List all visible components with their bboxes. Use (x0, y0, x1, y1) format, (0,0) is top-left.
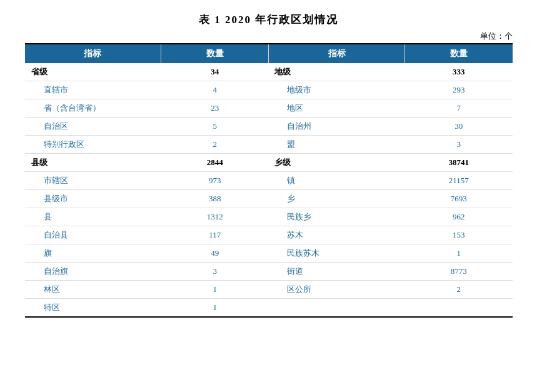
left-indicator-cell: 旗 (25, 244, 161, 263)
left-count-cell: 1 (161, 281, 269, 299)
left-indicator-cell: 省（含台湾省） (25, 99, 161, 118)
left-indicator-cell: 县级 (25, 154, 161, 172)
right-indicator-cell: 街道 (268, 263, 404, 281)
left-indicator-cell: 省级 (25, 63, 161, 81)
right-indicator-cell: 地级市 (268, 81, 404, 99)
page-title: 表 1 2020 年行政区划情况 (25, 13, 513, 27)
left-indicator-cell: 直辖市 (25, 81, 161, 99)
right-count-cell: 21157 (405, 172, 513, 190)
right-count-cell: 962 (405, 208, 513, 226)
right-indicator-cell: 乡级 (268, 154, 404, 172)
table-row: 旗49民族苏木1 (25, 244, 513, 263)
table-row: 自治区5自治州30 (25, 118, 513, 136)
data-table: 指标 数量 指标 数量 省级34地级333直辖市4地级市293省（含台湾省）23… (25, 43, 513, 318)
header-indicator2: 指标 (268, 44, 404, 63)
right-indicator-cell: 镇 (268, 172, 404, 190)
table-row: 自治县117苏木153 (25, 226, 513, 244)
left-count-cell: 2 (161, 136, 269, 154)
right-count-cell: 38741 (405, 154, 513, 172)
right-indicator-cell: 区公所 (268, 281, 404, 299)
left-indicator-cell: 特别行政区 (25, 136, 161, 154)
right-count-cell: 8773 (405, 263, 513, 281)
right-count-cell (405, 299, 513, 318)
right-count-cell: 153 (405, 226, 513, 244)
left-indicator-cell: 县级市 (25, 190, 161, 208)
left-count-cell: 34 (161, 63, 269, 81)
table-row: 县级2844乡级38741 (25, 154, 513, 172)
left-count-cell: 1 (161, 299, 269, 318)
page-container: 表 1 2020 年行政区划情况 单位：个 指标 数量 指标 数量 省级34地级… (25, 13, 513, 318)
left-indicator-cell: 县 (25, 208, 161, 226)
left-count-cell: 973 (161, 172, 269, 190)
right-count-cell: 7693 (405, 190, 513, 208)
table-row: 林区1区公所2 (25, 281, 513, 299)
unit-label: 单位：个 (25, 31, 513, 42)
right-indicator-cell: 民族乡 (268, 208, 404, 226)
right-indicator-cell (268, 299, 404, 318)
right-indicator-cell: 乡 (268, 190, 404, 208)
left-count-cell: 3 (161, 263, 269, 281)
left-count-cell: 117 (161, 226, 269, 244)
right-indicator-cell: 民族苏木 (268, 244, 404, 263)
table-row: 省（含台湾省）23地区7 (25, 99, 513, 118)
right-count-cell: 293 (405, 81, 513, 99)
left-count-cell: 1312 (161, 208, 269, 226)
left-count-cell: 2844 (161, 154, 269, 172)
right-count-cell: 3 (405, 136, 513, 154)
table-row: 直辖市4地级市293 (25, 81, 513, 99)
header-count1: 数量 (161, 44, 269, 63)
left-indicator-cell: 市辖区 (25, 172, 161, 190)
right-count-cell: 30 (405, 118, 513, 136)
left-count-cell: 23 (161, 99, 269, 118)
left-indicator-cell: 特区 (25, 299, 161, 318)
table-row: 市辖区973镇21157 (25, 172, 513, 190)
left-count-cell: 49 (161, 244, 269, 263)
right-count-cell: 7 (405, 99, 513, 118)
right-indicator-cell: 苏木 (268, 226, 404, 244)
table-row: 特别行政区2盟3 (25, 136, 513, 154)
left-indicator-cell: 自治县 (25, 226, 161, 244)
table-row: 特区1 (25, 299, 513, 318)
left-indicator-cell: 自治旗 (25, 263, 161, 281)
table-row: 县级市388乡7693 (25, 190, 513, 208)
header-indicator1: 指标 (25, 44, 161, 63)
right-count-cell: 1 (405, 244, 513, 263)
table-row: 省级34地级333 (25, 63, 513, 81)
right-indicator-cell: 地级 (268, 63, 404, 81)
left-count-cell: 4 (161, 81, 269, 99)
header-count2: 数量 (405, 44, 513, 63)
right-count-cell: 333 (405, 63, 513, 81)
left-indicator-cell: 自治区 (25, 118, 161, 136)
left-count-cell: 5 (161, 118, 269, 136)
table-row: 县1312民族乡962 (25, 208, 513, 226)
right-indicator-cell: 地区 (268, 99, 404, 118)
left-indicator-cell: 林区 (25, 281, 161, 299)
right-indicator-cell: 盟 (268, 136, 404, 154)
table-row: 自治旗3街道8773 (25, 263, 513, 281)
right-indicator-cell: 自治州 (268, 118, 404, 136)
left-count-cell: 388 (161, 190, 269, 208)
right-count-cell: 2 (405, 281, 513, 299)
